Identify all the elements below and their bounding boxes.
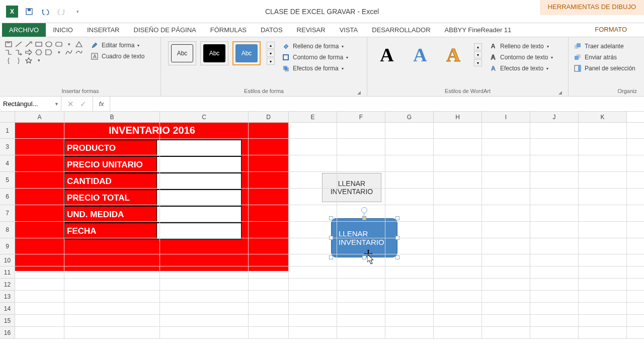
row-header[interactable]: 5 [0,172,15,189]
row-header[interactable]: 3 [0,139,15,155]
tab-revisar[interactable]: REVISAR [290,23,333,37]
column-header[interactable]: G [385,112,434,122]
column-header[interactable]: E [289,112,337,122]
column-header[interactable]: I [482,112,530,122]
column-header[interactable]: K [579,112,627,122]
form-field-input[interactable] [157,223,242,239]
shapes-gallery[interactable]: ▾ ▾ { } ▾ [5,39,86,63]
rotate-handle[interactable] [361,207,367,213]
shape-lbrace-icon[interactable]: { [5,57,12,63]
row-header[interactable]: 9 [0,238,15,254]
tab-inicio[interactable]: INICIO [46,23,80,37]
row-header[interactable]: 6 [0,189,15,205]
shape-more3-icon[interactable]: ▾ [35,57,42,63]
form-field-input[interactable] [157,140,242,156]
wordart-thumb-3[interactable]: A [439,41,468,68]
resize-handle[interactable] [395,255,399,259]
resize-handle[interactable] [362,216,366,220]
tab-file[interactable]: ARCHIVO [2,23,46,37]
resize-handle[interactable] [362,255,366,259]
column-header[interactable]: C [160,112,249,122]
row-header[interactable]: 16 [0,327,15,339]
tab-vista[interactable]: VISTA [333,23,365,37]
formula-input[interactable] [110,97,644,111]
save-button[interactable] [24,7,34,17]
text-outline-button[interactable]: A Contorno de texto ▾ [489,53,553,61]
dialog-launcher-icon--shape-styles[interactable]: ◢ [357,90,361,95]
wa-gallery-up-button[interactable]: ▴ [474,43,482,50]
shape-more1-icon[interactable]: ▾ [65,41,72,47]
row-header[interactable]: 1 [0,123,15,139]
form-field-input[interactable] [157,190,242,206]
tab-formulas[interactable]: FÓRMULAS [203,23,254,37]
formula-cancel-button[interactable]: ✕ [67,100,74,109]
gallery-up-button[interactable]: ▴ [267,42,275,49]
llenar-inventario-button-gray[interactable]: LLENAR INVENTARIO [322,173,381,202]
style-thumb-3[interactable]: Abc [232,41,261,65]
row-header[interactable]: 10 [0,254,15,266]
undo-button[interactable] [40,7,50,17]
qat-customize-dropdown[interactable]: ▾ [72,7,83,17]
shape-oval-icon[interactable] [45,41,52,47]
shape-outline-button[interactable]: Contorno de forma ▾ [282,53,348,61]
fx-button[interactable]: fx [93,97,110,111]
wordart-thumb-2[interactable]: A [406,41,435,68]
tab-formato[interactable]: FORMATO [588,23,634,37]
column-header[interactable]: D [249,112,289,122]
name-box[interactable]: Rectángul... ▼ [0,97,61,111]
row-header[interactable]: 11 [0,266,15,279]
form-field-input[interactable] [157,173,242,190]
form-field-input[interactable] [157,206,242,223]
tab-insertar[interactable]: INSERTAR [80,23,127,37]
shape-style-gallery[interactable]: Abc Abc Abc ▴ ▾ ▾ [166,39,275,65]
shape-freeform-icon[interactable] [75,49,83,55]
style-thumb-1[interactable]: Abc [168,41,196,65]
shape-effects-button[interactable]: Efectos de forma ▾ [282,64,348,72]
tab-abbyy[interactable]: ABBYY FineReader 11 [438,23,519,37]
form-field-input[interactable] [157,156,242,173]
resize-handle[interactable] [329,255,333,259]
row-header[interactable]: 8 [0,222,15,238]
shape-fill-button[interactable]: Relleno de forma ▾ [282,42,348,50]
row-header[interactable]: 7 [0,205,15,222]
send-backward-button[interactable]: Enviar atrás [574,53,635,61]
column-header[interactable]: F [337,112,385,122]
text-effects-button[interactable]: A Efectos de texto ▾ [489,64,553,72]
resize-handle[interactable] [329,216,333,220]
style-thumb-2[interactable]: Abc [200,41,228,65]
shape-rbrace-icon[interactable]: } [15,57,22,63]
tab-diseno-pagina[interactable]: DISEÑO DE PÁGINA [127,23,203,37]
gallery-more-button[interactable]: ▾ [267,58,275,65]
wordart-thumb-1[interactable]: A [372,41,401,68]
shape-arrow-line-icon[interactable] [25,41,32,47]
cells-area[interactable]: INVENTARIO 2016 PRODUCTOPRECIO UNITARIOC… [15,123,644,339]
column-header[interactable]: H [434,112,482,122]
row-header[interactable]: 13 [0,291,15,303]
edit-shape-button[interactable]: Editar forma ▾ [91,41,144,49]
shape-elbow-arrow-icon[interactable] [15,49,22,55]
shape-triangle-icon[interactable] [75,41,83,47]
row-header[interactable]: 14 [0,303,15,315]
selection-pane-button[interactable]: Panel de selección [574,64,635,72]
shape-star-icon[interactable] [25,57,32,63]
resize-handle[interactable] [395,216,399,220]
shape-textbox-icon[interactable] [5,41,12,47]
wa-gallery-down-button[interactable]: ▾ [474,51,482,58]
text-box-button[interactable]: A Cuadro de texto [91,52,144,60]
column-header[interactable]: J [530,112,579,122]
select-all-button[interactable] [0,112,15,122]
wa-gallery-more-button[interactable]: ▾ [474,59,482,66]
redo-button[interactable] [56,7,66,17]
shape-pentagon-icon[interactable] [45,49,52,55]
column-header[interactable]: A [15,112,64,122]
shape-curve-icon[interactable] [65,49,72,55]
shape-right-arrow-icon[interactable] [25,49,32,55]
dialog-launcher-icon-wordart[interactable]: ◢ [558,90,562,95]
shape-hexagon-icon[interactable] [35,49,42,55]
shape-elbow-icon[interactable] [5,49,12,55]
row-header[interactable]: 12 [0,279,15,291]
column-header[interactable]: B [64,112,160,122]
wordart-gallery[interactable]: A A A ▴ ▾ ▾ [372,39,482,68]
shape-line-icon[interactable] [15,41,22,47]
tab-datos[interactable]: DATOS [254,23,290,37]
